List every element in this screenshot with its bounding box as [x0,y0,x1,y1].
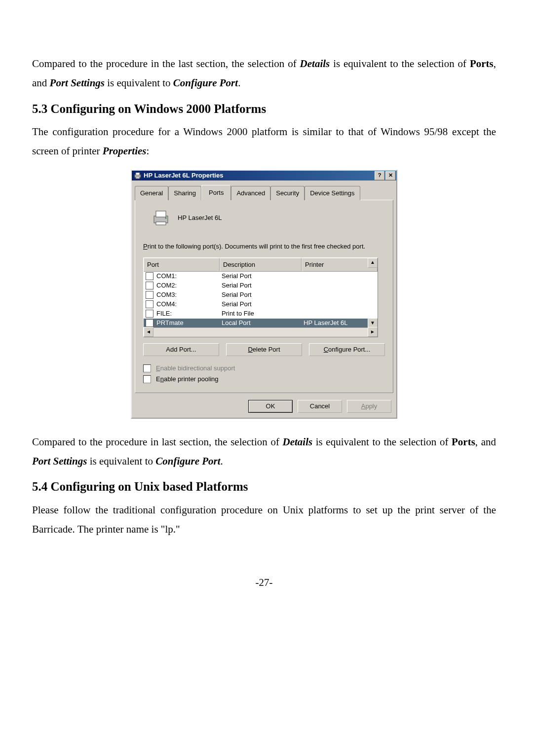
label: onfigure Port... [328,346,370,353]
text: is equivalent to [87,455,155,467]
tab-security[interactable]: Security [270,186,305,200]
properties-dialog: HP LaserJet 6L Properties ? ✕ General Sh… [131,170,397,419]
text: is equivalent to the selection of [312,436,452,448]
text: is equivalent to the selection of [330,58,470,70]
heading-5-3: 5.3 Configuring on Windows 2000 Platform… [32,98,496,120]
configure-port-button[interactable]: Configure Port... [309,343,385,356]
dialog-title: HP LaserJet 6L Properties [144,170,223,181]
label: nable bidirectional support [160,364,235,372]
printer-app-icon [134,172,142,180]
label: Add Port... [166,346,196,353]
label: elete Port [253,346,280,353]
text-ports: Ports [452,436,475,448]
col-port[interactable]: Port [144,258,220,272]
text-port-settings: Port Settings [50,77,105,89]
scroll-left-button[interactable]: ◄ [144,327,153,337]
ports-instruction: Print to the following port(s). Document… [143,241,385,252]
ports-rows: COM1: Serial Port COM2: Serial Port [144,272,378,328]
port-checkbox[interactable] [146,282,153,289]
text: . [221,455,223,467]
page: Compared to the procedure in the last se… [0,0,533,622]
tab-ports[interactable]: Ports [201,185,231,200]
tab-strip: General Sharing Ports Advanced Security … [135,184,393,200]
ok-button[interactable]: OK [248,400,293,413]
col-printer[interactable]: Printer [302,258,378,272]
port-row-selected[interactable]: ✓ PRTmate Local Port HP LaserJet 6L [144,319,378,328]
tab-sharing[interactable]: Sharing [168,186,201,200]
scroll-down-button[interactable]: ▼ [368,318,378,328]
paragraph-4: Please follow the traditional configurat… [32,501,496,539]
paragraph-3: Compared to the procedure in last sectio… [32,432,496,471]
tab-general[interactable]: General [135,186,168,200]
svg-rect-2 [136,177,140,179]
checkbox-icon[interactable] [143,364,151,372]
text-ports: Ports [470,58,494,70]
heading-5-4: 5.4 Configuring on Unix based Platforms [32,475,496,498]
text: rint to the following port(s). Documents… [148,243,365,250]
tab-body-ports: HP LaserJet 6L Print to the following po… [135,200,393,393]
port-checkbox[interactable] [146,291,153,299]
text: Compared to the procedure in last sectio… [32,436,282,448]
delete-port-button[interactable]: Delete Port [226,343,302,356]
add-port-button[interactable]: Add Port... [143,343,219,356]
svg-point-6 [165,217,167,218]
port-checkbox[interactable] [146,272,153,280]
ports-list-header: Port Description Printer [144,258,378,272]
checkbox-icon[interactable] [143,375,151,383]
paragraph-1: Compared to the procedure in the last se… [32,54,496,93]
tab-advanced[interactable]: Advanced [231,186,270,200]
apply-button[interactable]: Apply [347,400,391,413]
text-port-settings: Port Settings [32,455,87,467]
text: . [238,77,240,89]
paragraph-2: The configuration procedure for a Window… [32,122,496,161]
text: , and [475,436,496,448]
enable-pooling-checkbox[interactable]: Enable printer pooling [143,374,385,385]
text-configure-port: Configure Port [173,77,238,89]
text: : [147,145,150,157]
text: P [143,243,148,250]
hscroll-track[interactable] [152,327,369,337]
port-checkbox-checked[interactable]: ✓ [146,319,153,327]
text-details: Details [300,58,330,70]
port-checkbox[interactable] [146,300,153,308]
tab-device-settings[interactable]: Device Settings [305,186,360,200]
col-description[interactable]: Description [220,258,302,272]
text-details: Details [282,436,312,448]
scroll-up-button[interactable]: ▲ [368,258,378,268]
printer-name-label: HP LaserJet 6L [178,212,222,224]
svg-rect-5 [156,222,166,225]
titlebar[interactable]: HP LaserJet 6L Properties ? ✕ [132,171,396,180]
printer-icon [151,209,171,227]
text: is equivalent to [105,77,173,89]
text-properties: Properties [103,145,147,157]
svg-rect-1 [136,173,140,175]
text: Compared to the procedure in the last se… [32,58,300,70]
cancel-button[interactable]: Cancel [298,400,342,413]
enable-bidi-checkbox[interactable]: Enable bidirectional support [143,363,385,374]
close-button[interactable]: ✕ [385,171,395,180]
svg-rect-4 [156,211,166,217]
text-configure-port: Configure Port [155,455,220,467]
ports-list[interactable]: Port Description Printer COM1: Serial Po… [143,257,378,337]
text: The configuration procedure for a Window… [32,126,496,157]
help-button[interactable]: ? [375,171,384,180]
page-number: -27- [32,573,496,592]
scroll-right-button[interactable]: ► [368,327,378,337]
port-checkbox[interactable] [146,310,153,318]
label: able printer pooling [164,375,219,383]
